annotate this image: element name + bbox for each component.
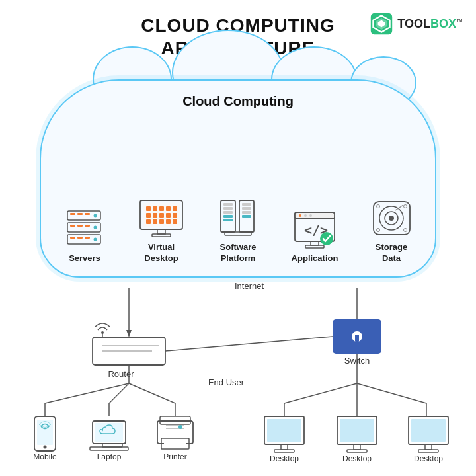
svg-rect-106 <box>90 447 128 450</box>
svg-point-13 <box>94 225 97 229</box>
cloud-item-servers: Servers <box>52 208 118 264</box>
svg-rect-43 <box>223 219 233 221</box>
virtual-desktop-icon <box>138 196 185 239</box>
svg-rect-128 <box>425 444 432 450</box>
svg-rect-46 <box>242 207 251 210</box>
svg-rect-123 <box>354 444 360 450</box>
svg-rect-81 <box>355 335 359 342</box>
svg-text:Router: Router <box>108 369 134 379</box>
svg-point-63 <box>376 204 379 208</box>
svg-rect-21 <box>146 206 151 211</box>
svg-rect-25 <box>173 206 177 211</box>
svg-line-97 <box>357 383 426 403</box>
svg-rect-36 <box>157 229 165 234</box>
application-label: Application <box>292 253 338 264</box>
svg-rect-42 <box>223 215 233 218</box>
svg-text:Desktop: Desktop <box>342 454 372 463</box>
svg-rect-35 <box>173 219 177 224</box>
logo-text: TOOLBOX™ <box>397 17 463 31</box>
svg-text:Desktop: Desktop <box>270 454 299 463</box>
svg-rect-6 <box>77 213 83 215</box>
virtual-desktop-label: VirtualDesktop <box>144 242 178 264</box>
svg-line-86 <box>45 383 129 403</box>
svg-rect-119 <box>274 450 294 452</box>
svg-rect-24 <box>166 206 171 211</box>
svg-rect-16 <box>77 237 83 239</box>
svg-text:End User: End User <box>208 377 245 387</box>
svg-rect-34 <box>166 219 171 224</box>
svg-rect-40 <box>223 207 233 210</box>
svg-rect-28 <box>159 213 164 218</box>
application-icon: </> <box>291 208 338 251</box>
svg-rect-29 <box>166 213 171 218</box>
network-diagram: Internet Router Switch End User <box>0 274 476 476</box>
svg-text:Internet: Internet <box>235 281 264 291</box>
svg-line-88 <box>109 383 129 403</box>
svg-rect-17 <box>85 237 90 239</box>
svg-rect-26 <box>146 213 151 218</box>
svg-point-54 <box>309 214 312 217</box>
svg-rect-100 <box>37 420 53 445</box>
svg-rect-39 <box>223 203 233 206</box>
svg-point-101 <box>44 446 47 449</box>
svg-rect-31 <box>146 219 151 224</box>
svg-rect-48 <box>242 215 251 218</box>
cloud-title: Cloud Computing <box>40 79 436 109</box>
cloud-container: Cloud Computing <box>40 79 436 278</box>
svg-rect-109 <box>160 416 190 424</box>
svg-rect-124 <box>347 450 367 452</box>
storage-data-label: StorageData <box>376 242 407 264</box>
svg-line-93 <box>284 383 357 403</box>
svg-rect-111 <box>164 441 186 446</box>
svg-rect-33 <box>159 219 164 224</box>
software-platform-icon <box>214 196 262 239</box>
svg-text:Printer: Printer <box>163 452 186 461</box>
cloud-item-application: </> Application <box>282 208 348 264</box>
svg-rect-23 <box>159 206 164 211</box>
svg-point-8 <box>94 214 97 217</box>
svg-rect-11 <box>77 225 83 227</box>
svg-text:Desktop: Desktop <box>414 454 443 463</box>
servers-label: Servers <box>69 253 100 264</box>
svg-point-52 <box>299 214 301 217</box>
svg-line-90 <box>129 383 175 403</box>
cloud-icons: Servers <box>40 196 436 264</box>
svg-rect-118 <box>281 444 288 450</box>
logo: TOOLBOX™ <box>370 12 463 36</box>
svg-point-65 <box>376 228 379 231</box>
svg-rect-41 <box>223 211 233 214</box>
svg-rect-30 <box>173 213 177 218</box>
svg-rect-12 <box>85 225 90 227</box>
svg-point-62 <box>389 216 394 221</box>
svg-rect-104 <box>95 423 123 442</box>
cloud-item-storage-data: StorageData <box>358 196 424 264</box>
svg-point-64 <box>403 204 407 208</box>
svg-point-114 <box>178 425 182 429</box>
svg-rect-15 <box>70 237 75 239</box>
svg-rect-5 <box>70 213 75 215</box>
svg-point-18 <box>94 237 97 241</box>
svg-rect-117 <box>267 419 301 442</box>
svg-rect-27 <box>153 213 157 218</box>
svg-point-66 <box>403 228 407 231</box>
svg-marker-69 <box>126 330 132 337</box>
storage-data-icon <box>368 196 415 239</box>
svg-text:Mobile: Mobile <box>33 452 57 461</box>
svg-rect-58 <box>305 245 324 248</box>
svg-rect-122 <box>340 419 374 442</box>
svg-rect-45 <box>242 203 251 206</box>
svg-point-75 <box>101 331 104 334</box>
svg-rect-49 <box>225 232 251 235</box>
svg-rect-127 <box>411 419 446 442</box>
svg-rect-22 <box>153 206 157 211</box>
svg-rect-37 <box>152 234 171 237</box>
svg-point-53 <box>304 214 307 217</box>
svg-rect-32 <box>153 219 157 224</box>
svg-rect-10 <box>70 225 75 227</box>
cloud-item-software-platform: SoftwarePlatform <box>205 196 271 264</box>
cloud-item-virtual-desktop: VirtualDesktop <box>128 196 194 264</box>
svg-rect-129 <box>418 450 438 452</box>
servers-icon <box>61 208 108 251</box>
svg-rect-7 <box>85 213 90 215</box>
software-platform-label: SoftwarePlatform <box>220 242 257 264</box>
